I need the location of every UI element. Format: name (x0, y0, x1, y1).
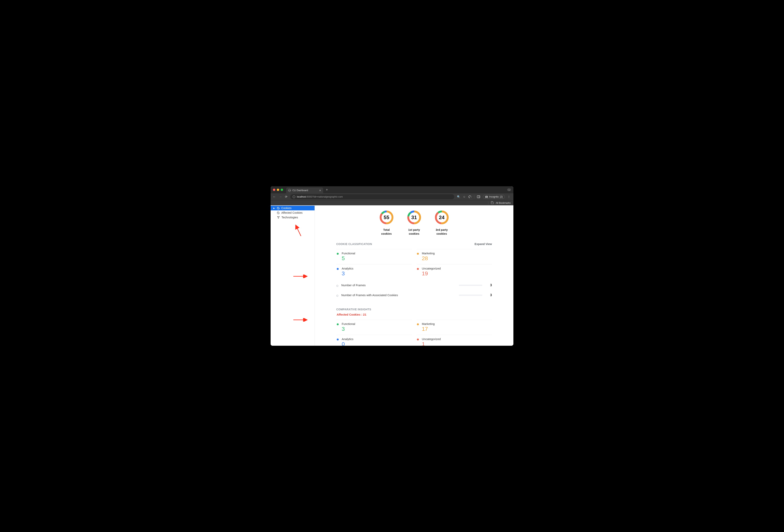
window-close[interactable] (273, 188, 275, 191)
ring-icon (336, 295, 338, 297)
donut-label: 1st partycookies (408, 228, 420, 236)
comp-row-functional: Functional 3 (336, 320, 412, 335)
donut-total-cookies: 55 Totalcookies (377, 210, 396, 236)
dot-icon (337, 253, 339, 255)
globe-icon (288, 189, 291, 192)
dot-icon (417, 268, 419, 270)
dot-icon (337, 268, 339, 270)
sidebar-item-cookies[interactable]: ▶ Cookies (271, 206, 314, 210)
extensions-badge: 2 (470, 197, 473, 199)
reload-icon[interactable]: ⟳ (285, 195, 287, 199)
class-name: Functional (342, 322, 355, 325)
comp-row-marketing: Marketing 17 (417, 320, 492, 335)
main-panel: 55 Totalcookies (315, 205, 513, 346)
donut-label: 3rd partycookies (436, 228, 448, 236)
donut-value: 31 (407, 210, 422, 225)
window-minimize[interactable] (277, 188, 279, 191)
tab-title: CLI Dashboard (292, 189, 317, 192)
separator (474, 195, 474, 199)
toolbar: ← → ⟳ i localhost:9000/?dir=nationalgeog… (271, 193, 513, 200)
dot-icon (417, 338, 419, 341)
bookmarks-bar: All Bookmarks (271, 200, 513, 205)
tabs-overflow-button[interactable]: ⌄ (507, 188, 511, 191)
incognito-count: (2) (500, 196, 503, 198)
svg-point-3 (278, 208, 279, 209)
class-name: Marketing (422, 252, 435, 255)
nav-back-icon[interactable]: ← (273, 195, 276, 199)
frame-value: 3 (489, 284, 492, 287)
titlebar: CLI Dashboard ✕ + ⌄ (271, 186, 513, 193)
sidebar-item-label: Cookies (281, 207, 291, 210)
browser-tab[interactable]: CLI Dashboard ✕ (286, 187, 323, 193)
incognito-label: Incognito (489, 196, 499, 198)
technologies-icon (277, 216, 280, 219)
class-value: 3 (342, 270, 354, 277)
svg-point-5 (278, 213, 278, 213)
new-tab-button[interactable]: + (326, 188, 328, 192)
sidebar-item-label: Technologies (281, 216, 298, 219)
site-info-icon[interactable]: i (292, 196, 295, 198)
zoom-icon[interactable]: 🔍 (457, 195, 460, 198)
donut-value: 24 (434, 210, 450, 225)
bookmark-star-icon[interactable]: ☆ (463, 195, 466, 198)
url-text: localhost:9000/?dir=nationalgeographic-c… (297, 196, 343, 198)
sidebar: ▶ Cookies ▶ Affected Cookies (271, 205, 315, 346)
comp-row-analytics: Analytics 0 (336, 335, 412, 346)
progress-bar (459, 295, 482, 296)
all-bookmarks-button[interactable]: All Bookmarks (496, 202, 511, 204)
nav-forward-icon[interactable]: → (279, 195, 282, 199)
toolbar-right: 🔍 ☆ 2 Incognito (2) ⋮ (457, 195, 511, 199)
ring-icon (336, 285, 338, 287)
class-name: Analytics (342, 267, 354, 270)
sidebar-item-affected-cookies[interactable]: ▶ Affected Cookies (271, 210, 314, 215)
class-value: 5 (342, 255, 355, 262)
browser-window: CLI Dashboard ✕ + ⌄ ← → ⟳ i localhost:90… (271, 186, 513, 346)
frame-value: 3 (489, 293, 492, 297)
donut-first-party: 31 1st partycookies (405, 210, 423, 236)
class-name: Uncategorized (422, 337, 441, 341)
class-row-marketing: Marketing 28 (417, 249, 492, 264)
extensions-icon[interactable]: 2 (468, 195, 471, 198)
class-row-uncategorized: Uncategorized 19 (417, 264, 492, 279)
donut-value: 55 (379, 210, 394, 225)
class-value: 3 (342, 326, 355, 332)
incognito-icon (485, 196, 488, 198)
window-maximize[interactable] (281, 188, 283, 191)
donut-third-party: 24 3rd partycookies (432, 210, 451, 236)
class-name: Marketing (422, 322, 435, 325)
class-row-analytics: Analytics 3 (336, 264, 412, 279)
class-name: Uncategorized (422, 267, 441, 270)
chevron-right-icon: ▶ (273, 207, 275, 209)
comp-row-uncategorized: Uncategorized 1 (417, 335, 492, 346)
progress-bar (459, 285, 482, 286)
svg-point-6 (278, 213, 279, 213)
dot-icon (337, 338, 339, 341)
class-value: 28 (422, 255, 435, 262)
tab-close-icon[interactable]: ✕ (319, 189, 321, 192)
address-bar[interactable]: i localhost:9000/?dir=nationalgeographic… (290, 194, 454, 199)
donut-label: Totalcookies (381, 228, 392, 236)
class-value: 17 (422, 326, 435, 332)
expand-view-button[interactable]: Expand View (475, 242, 492, 245)
sidebar-item-technologies[interactable]: ▶ Technologies (271, 215, 314, 220)
class-name: Analytics (342, 337, 354, 341)
frames-row: Number of Frames 3 (336, 280, 492, 290)
class-name: Functional (342, 252, 355, 255)
incognito-indicator[interactable]: Incognito (2) (483, 195, 505, 199)
svg-point-10 (278, 218, 279, 218)
page-content: ▶ Cookies ▶ Affected Cookies (271, 205, 513, 346)
frames-with-cookies-row: Number of Frames with Associated Cookies… (336, 290, 492, 300)
dot-icon (337, 323, 339, 325)
cookie-icon (277, 211, 280, 214)
side-panel-icon[interactable] (477, 196, 480, 198)
kebab-menu-icon[interactable]: ⋮ (508, 195, 511, 198)
folder-icon (491, 202, 494, 204)
sidebar-item-label: Affected Cookies (281, 211, 303, 214)
frame-label: Number of Frames (341, 284, 456, 287)
svg-point-8 (277, 216, 278, 217)
dot-icon (417, 253, 419, 255)
section-title: COOKIE CLASSIFICATION (336, 242, 372, 245)
class-value: 0 (342, 341, 354, 346)
svg-point-2 (278, 208, 278, 208)
class-value: 19 (422, 270, 441, 277)
